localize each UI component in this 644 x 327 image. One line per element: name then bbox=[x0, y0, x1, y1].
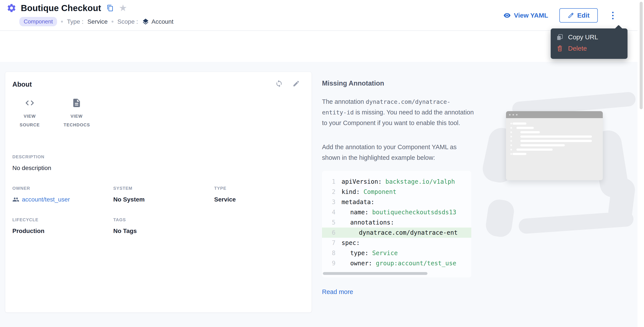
copy-icon[interactable] bbox=[107, 5, 114, 12]
view-techdocs-link[interactable]: VIEW TECHDOCS bbox=[59, 98, 94, 129]
sync-icon[interactable] bbox=[275, 80, 283, 88]
code-line: 1apiVersion: backstage.io/v1alph bbox=[322, 177, 471, 187]
menu-item-delete[interactable]: Delete bbox=[551, 43, 628, 54]
lifecycle-value: Production bbox=[12, 228, 113, 234]
about-field-grid: OWNER account/test_user SYSTEM No System… bbox=[12, 186, 301, 234]
about-card-header: About bbox=[12, 80, 301, 88]
page-title: Boutique Checkout bbox=[21, 3, 101, 13]
page-scrollbar-track[interactable] bbox=[638, 0, 644, 327]
yaml-value: backstage.io/v1alph bbox=[385, 178, 455, 185]
edit-button[interactable]: Edit bbox=[560, 8, 598, 23]
owner-label: OWNER bbox=[12, 186, 113, 191]
about-card-actions bbox=[275, 80, 301, 88]
tags-field: TAGS No Tags bbox=[113, 217, 214, 234]
kind-badge: Component bbox=[19, 17, 57, 26]
yaml-key: type: bbox=[350, 249, 372, 257]
kebab-dropdown-menu: Copy URL Delete bbox=[551, 29, 628, 59]
pencil-icon bbox=[568, 12, 574, 19]
title-row: Boutique Checkout ★ bbox=[6, 3, 127, 13]
entity-header: Boutique Checkout ★ Component Type : Ser… bbox=[0, 0, 638, 62]
annotation-paragraph-2: Add the annotation to your Component YAM… bbox=[322, 142, 474, 163]
line-number: 9 bbox=[322, 260, 336, 267]
owner-value-link[interactable]: account/test_user bbox=[12, 196, 113, 203]
yaml-key: dynatrace.com/dynatrace-ent bbox=[359, 229, 458, 236]
yaml-key: owner: bbox=[350, 260, 376, 267]
group-icon bbox=[12, 196, 19, 203]
delete-label: Delete bbox=[568, 45, 587, 52]
missing-annotation-panel: Missing Annotation The annotation dynatr… bbox=[322, 80, 474, 295]
star-icon[interactable]: ★ bbox=[119, 4, 127, 13]
description-label: DESCRIPTION bbox=[12, 154, 301, 159]
copy-icon bbox=[556, 34, 563, 41]
yaml-key: apiVersion: bbox=[342, 178, 385, 185]
line-number: 2 bbox=[322, 188, 336, 195]
owner-value: account/test_user bbox=[22, 196, 70, 203]
code-line: 4name: boutiquecheckoutsdsds13 bbox=[322, 207, 471, 217]
code-line: 5annotations: bbox=[322, 217, 471, 228]
gear-icon bbox=[6, 3, 16, 13]
view-yaml-button[interactable]: View YAML bbox=[504, 12, 548, 19]
scope-value: Account bbox=[152, 18, 173, 25]
code-line: 7spec: bbox=[322, 238, 471, 248]
line-number: 6 bbox=[322, 229, 336, 236]
yaml-value: boutiquecheckoutsdsds13 bbox=[372, 209, 456, 216]
code-icon bbox=[25, 98, 35, 108]
scope-group: Account bbox=[142, 18, 173, 26]
window-titlebar bbox=[506, 111, 603, 118]
yaml-value: Service bbox=[372, 249, 398, 257]
code-horizontal-scrollbar[interactable] bbox=[323, 272, 428, 275]
kebab-menu-icon[interactable] bbox=[609, 10, 617, 22]
type-label: TYPE bbox=[214, 186, 301, 191]
type-label: Type : bbox=[67, 18, 83, 25]
window-body bbox=[506, 118, 603, 155]
code-line: 2kind: Component bbox=[322, 187, 471, 197]
annotation-illustration bbox=[488, 93, 636, 245]
about-title: About bbox=[12, 80, 32, 88]
scope-label: Scope : bbox=[118, 18, 138, 25]
dot-separator bbox=[61, 21, 63, 23]
read-more-link[interactable]: Read more bbox=[322, 288, 353, 295]
about-links: VIEW SOURCE VIEW TECHDOCS bbox=[12, 98, 301, 129]
dot-separator bbox=[112, 21, 114, 23]
yaml-code-block: 1apiVersion: backstage.io/v1alph 2kind: … bbox=[322, 171, 471, 277]
system-field: SYSTEM No System bbox=[113, 186, 214, 203]
menu-item-copy-url[interactable]: Copy URL bbox=[551, 32, 628, 43]
tags-value: No Tags bbox=[113, 228, 214, 234]
view-source-label: VIEW SOURCE bbox=[17, 112, 43, 129]
description-value: No description bbox=[12, 165, 301, 172]
code-line: 8type: Service bbox=[322, 248, 471, 258]
missing-annotation-title: Missing Annotation bbox=[322, 80, 474, 87]
line-number: 3 bbox=[322, 198, 336, 206]
page-scrollbar-thumb[interactable] bbox=[640, 2, 643, 109]
lifecycle-field: LIFECYCLE Production bbox=[12, 217, 113, 234]
description-field: DESCRIPTION No description bbox=[12, 154, 301, 172]
header-divider bbox=[0, 31, 638, 31]
system-label: SYSTEM bbox=[113, 186, 214, 191]
type-value: Service bbox=[214, 196, 301, 203]
yaml-value: Component bbox=[364, 188, 396, 195]
view-source-link[interactable]: VIEW SOURCE bbox=[12, 98, 47, 129]
yaml-key: annotations: bbox=[350, 219, 394, 226]
eye-icon bbox=[504, 12, 511, 19]
yaml-key: metadata: bbox=[342, 198, 374, 206]
yaml-key: kind: bbox=[342, 188, 364, 195]
about-card: About VIEW SOURCE VIEW TECHDOCS DESCRIPT… bbox=[5, 72, 312, 313]
yaml-value: group:account/test_use bbox=[376, 260, 456, 267]
copy-url-label: Copy URL bbox=[568, 34, 598, 41]
code-line-highlighted: 6dynatrace.com/dynatrace-ent bbox=[322, 228, 471, 238]
system-value: No System bbox=[113, 196, 214, 203]
code-line: 9owner: group:account/test_use bbox=[322, 258, 471, 268]
view-techdocs-label: VIEW TECHDOCS bbox=[64, 112, 90, 129]
yaml-key: name: bbox=[350, 209, 372, 216]
pencil-icon[interactable] bbox=[292, 80, 300, 87]
annotation-paragraph-1: The annotation dynatrace.com/dynatrace-e… bbox=[322, 96, 474, 128]
line-number: 5 bbox=[322, 219, 336, 226]
header-actions: View YAML Edit bbox=[504, 0, 617, 31]
line-number: 7 bbox=[322, 239, 336, 246]
background-blob bbox=[484, 198, 515, 238]
document-icon bbox=[72, 98, 82, 108]
type-value: Service bbox=[88, 18, 108, 25]
yaml-key: spec: bbox=[342, 239, 360, 246]
line-number: 1 bbox=[322, 178, 336, 185]
lifecycle-label: LIFECYCLE bbox=[12, 217, 113, 222]
